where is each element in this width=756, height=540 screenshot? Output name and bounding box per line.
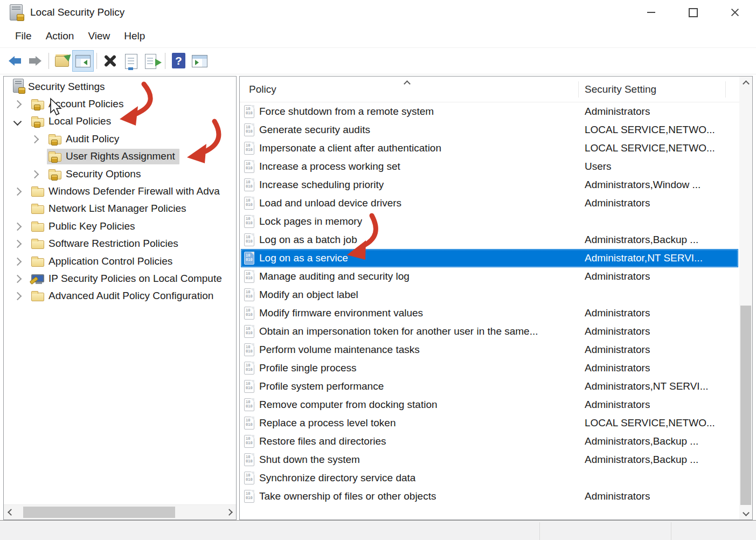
maximize-button[interactable] (672, 0, 714, 25)
chevron-right-icon (226, 509, 233, 516)
policy-row-log-on-as-a-batch-job[interactable]: Log on as a batch jobAdministrators,Back… (241, 231, 738, 249)
column-divider[interactable] (578, 81, 579, 98)
scroll-left-arrow[interactable] (4, 505, 18, 520)
close-button[interactable] (714, 0, 756, 25)
chevron-right-icon[interactable] (13, 275, 22, 283)
tree-item-audit-policy[interactable]: Audit Policy (4, 130, 236, 148)
policy-row-generate-security-audits[interactable]: Generate security auditsLOCAL SERVICE,NE… (241, 121, 738, 139)
chevron-right-icon[interactable] (13, 100, 22, 109)
policy-row-log-on-as-a-service[interactable]: Log on as a serviceAdministrator,NT SERV… (241, 249, 738, 267)
policy-row-profile-system-performance[interactable]: Profile system performanceAdministrators… (241, 377, 738, 396)
policy-row-remove-computer-from-docking-station[interactable]: Remove computer from docking stationAdmi… (241, 396, 738, 414)
policy-row-lock-pages-in-memory[interactable]: Lock pages in memory (241, 212, 738, 231)
policy-row-modify-firmware-environment-values[interactable]: Modify firmware environment valuesAdmini… (241, 304, 738, 322)
tree-item-content: Audit Policy (47, 131, 123, 147)
policy-row-impersonate-a-client-after-authentication[interactable]: Impersonate a client after authenticatio… (241, 139, 738, 157)
chevron-right-icon[interactable] (13, 188, 22, 196)
column-header-security-setting[interactable]: Security Setting (585, 84, 656, 95)
delete-icon[interactable] (100, 51, 121, 71)
column-header-policy[interactable]: Policy (249, 84, 276, 95)
menu-help[interactable]: Help (117, 28, 152, 45)
tree-item-account-policies[interactable]: Account Policies (4, 95, 236, 113)
tree-item-user-rights-assignment[interactable]: User Rights Assignment (4, 148, 236, 165)
chevron-right-icon[interactable] (31, 135, 39, 144)
tree-item-security-settings[interactable]: Security Settings (4, 78, 236, 95)
menu-view[interactable]: View (81, 28, 117, 45)
column-divider[interactable] (725, 81, 726, 98)
tree-item-content: Account Policies (30, 96, 128, 112)
list-vertical-scrollbar[interactable] (739, 77, 752, 520)
policy-row-manage-auditing-and-security-log[interactable]: Manage auditing and security logAdminist… (241, 267, 738, 286)
tree-item-ip-security-policies-on-local-compute[interactable]: IP Security Policies on Local Compute (4, 270, 236, 287)
policy-row-load-and-unload-device-drivers[interactable]: Load and unload device driversAdministra… (241, 194, 738, 212)
scroll-up-arrow[interactable] (739, 77, 752, 91)
chevron-up-icon (404, 80, 411, 87)
tree-item-security-options[interactable]: Security Options (4, 165, 236, 183)
policy-row-restore-files-and-directories[interactable]: Restore files and directoriesAdministrat… (241, 432, 738, 451)
policy-row-obtain-an-impersonation-token-for-another-user-in-the-same[interactable]: Obtain an impersonation token for anothe… (241, 322, 738, 341)
minimize-icon (647, 12, 655, 13)
policy-doc-icon (244, 343, 254, 356)
tree-item-advanced-audit-policy-configuration[interactable]: Advanced Audit Policy Configuration (4, 288, 236, 305)
chevron-down-icon[interactable] (13, 117, 22, 126)
policy-name: Profile system performance (259, 380, 384, 392)
action-pane-icon[interactable] (189, 51, 210, 71)
tree-item-local-policies[interactable]: Local Policies (4, 113, 236, 130)
policy-doc-icon (244, 307, 254, 320)
policy-doc-icon (244, 233, 254, 246)
folder-icon (31, 223, 44, 232)
policy-list-panel: Policy Security Setting Force shutdown f… (239, 76, 753, 520)
policy-row-synchronize-directory-service-data[interactable]: Synchronize directory service data (241, 469, 738, 487)
policy-row-replace-a-process-level-token[interactable]: Replace a process level tokenLOCAL SERVI… (241, 414, 738, 432)
tree-item-content: Security Options (47, 167, 145, 182)
policy-row-profile-single-process[interactable]: Profile single processAdministrators (241, 359, 738, 377)
policy-row-shut-down-the-system[interactable]: Shut down the systemAdministrators,Backu… (241, 451, 738, 469)
policy-row-perform-volume-maintenance-tasks[interactable]: Perform volume maintenance tasksAdminist… (241, 341, 738, 359)
policy-doc-icon (244, 380, 254, 393)
folder-arrow-icon[interactable] (52, 51, 73, 71)
sort-ascending-icon[interactable] (405, 79, 410, 88)
console-tree-icon[interactable] (73, 51, 93, 71)
policy-doc-icon (244, 453, 254, 466)
policy-row-increase-a-process-working-set[interactable]: Increase a process working setUsers (241, 157, 738, 176)
menu-action[interactable]: Action (39, 28, 81, 45)
policy-doc-icon (244, 215, 254, 228)
policy-row-modify-an-object-label[interactable]: Modify an object label (241, 286, 738, 304)
tree-item-application-control-policies[interactable]: Application Control Policies (4, 253, 236, 270)
list-header: Policy Security Setting (240, 77, 739, 102)
chevron-right-icon[interactable] (13, 223, 22, 231)
vertical-scroll-thumb[interactable] (740, 306, 751, 505)
policy-name: Generate security audits (259, 124, 370, 136)
scroll-right-arrow[interactable] (222, 505, 236, 520)
back-icon[interactable] (4, 51, 25, 71)
policy-name: Log on as a batch job (259, 234, 357, 246)
properties-icon[interactable] (121, 51, 141, 71)
tree-item-public-key-policies[interactable]: Public Key Policies (4, 218, 236, 235)
policy-row-increase-scheduling-priority[interactable]: Increase scheduling priorityAdministrato… (241, 176, 738, 194)
help-icon[interactable] (169, 51, 189, 71)
policy-row-take-ownership-of-files-or-other-objects[interactable]: Take ownership of files or other objects… (241, 487, 738, 506)
forward-icon[interactable] (25, 51, 45, 71)
chevron-right-icon[interactable] (31, 170, 39, 178)
chevron-right-icon[interactable] (13, 240, 22, 248)
chevron-right-icon[interactable] (13, 292, 22, 301)
tree-expander (31, 136, 47, 142)
menu-file[interactable]: File (8, 28, 39, 45)
tree-item-label: Windows Defender Firewall with Adva (48, 185, 220, 197)
export-list-icon[interactable] (141, 51, 162, 71)
scroll-down-arrow[interactable] (739, 506, 752, 520)
tree-item-windows-defender-firewall-with-adva[interactable]: Windows Defender Firewall with Adva (4, 183, 236, 200)
policy-doc-icon (244, 435, 254, 448)
tree-item-network-list-manager-policies[interactable]: Network List Manager Policies (4, 200, 236, 218)
policy-row-force-shutdown-from-a-remote-system[interactable]: Force shutdown from a remote systemAdmin… (241, 102, 738, 121)
horizontal-scroll-thumb[interactable] (23, 507, 175, 518)
policy-doc-icon (244, 417, 254, 430)
tree-horizontal-scrollbar[interactable] (4, 504, 236, 520)
policy-list: Force shutdown from a remote systemAdmin… (240, 102, 752, 506)
minimize-button[interactable] (630, 0, 672, 25)
tree-expander (13, 101, 30, 107)
chevron-right-icon[interactable] (13, 257, 22, 266)
tree-expander (13, 119, 30, 124)
tree-item-software-restriction-policies[interactable]: Software Restriction Policies (4, 236, 236, 253)
window-controls (630, 0, 756, 25)
